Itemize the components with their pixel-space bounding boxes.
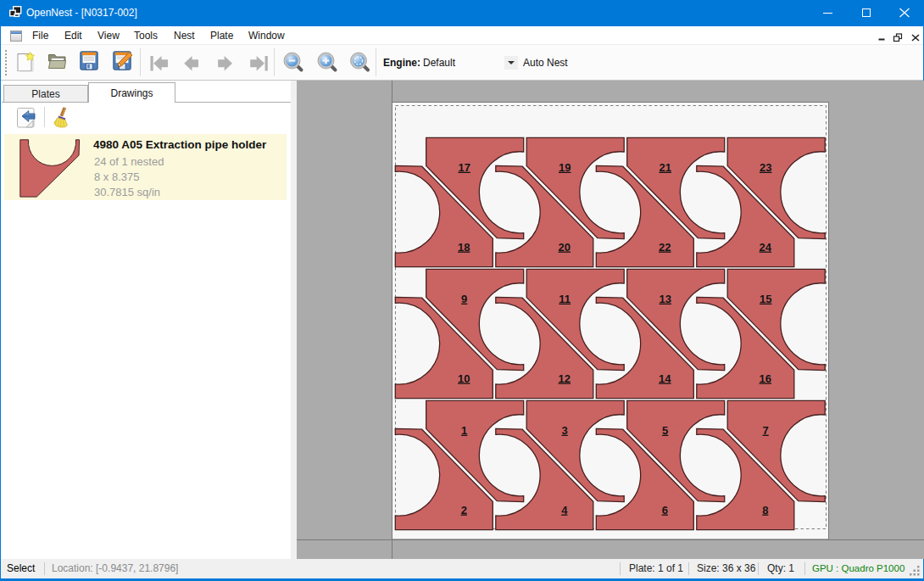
svg-text:8: 8 — [762, 504, 768, 517]
svg-text:3: 3 — [562, 424, 568, 437]
svg-text:11: 11 — [559, 293, 571, 305]
svg-text:22: 22 — [659, 241, 671, 254]
svg-text:16: 16 — [760, 372, 771, 385]
svg-text:18: 18 — [458, 241, 470, 254]
svg-text:13: 13 — [659, 293, 671, 305]
svg-text:19: 19 — [559, 161, 571, 174]
svg-text:15: 15 — [760, 293, 771, 305]
svg-text:17: 17 — [458, 161, 470, 174]
svg-text:4: 4 — [561, 504, 568, 517]
svg-text:2: 2 — [461, 504, 467, 517]
svg-text:23: 23 — [760, 161, 771, 174]
svg-text:5: 5 — [662, 424, 668, 437]
svg-text:1: 1 — [461, 424, 467, 437]
svg-text:24: 24 — [760, 241, 772, 254]
svg-text:6: 6 — [662, 504, 668, 517]
svg-text:20: 20 — [559, 241, 571, 254]
svg-text:12: 12 — [559, 372, 571, 385]
svg-text:14: 14 — [659, 372, 671, 385]
svg-text:21: 21 — [659, 161, 671, 174]
svg-text:9: 9 — [461, 293, 467, 305]
svg-text:10: 10 — [458, 372, 470, 385]
svg-text:7: 7 — [763, 424, 769, 437]
